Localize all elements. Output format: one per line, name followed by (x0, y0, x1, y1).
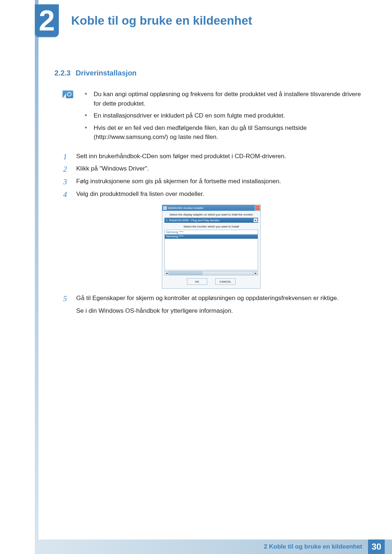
step-text: Klikk på "Windows Driver". (76, 165, 149, 172)
list-item[interactable]: Samsung **** (165, 234, 258, 239)
app-icon: S (163, 206, 167, 210)
step-number: 2 (63, 163, 67, 176)
cancel-button[interactable]: CANCEL (215, 278, 236, 285)
note-bullet: En installasjonsdriver er inkludert på C… (85, 111, 368, 120)
section-heading: 2.2.3Driverinstallasjon (54, 69, 368, 77)
adapter-combo[interactable]: 1. RADEON 9550 : Plug and Play Monitor ▾ (164, 218, 258, 223)
arrow-right-icon[interactable]: ► (254, 271, 258, 275)
note-bullet: Hvis det er en feil ved den medfølgende … (85, 123, 368, 142)
step-text: Se i din Windows OS-håndbok for ytterlig… (76, 306, 368, 316)
titlebar: S SAMSUNG monitor installer × (162, 205, 260, 211)
ok-button[interactable]: OK (187, 278, 207, 285)
note-block: Du kan angi optimal oppløsning og frekve… (54, 90, 368, 142)
step-item: 3Følg instruksjonene som gis på skjermen… (63, 176, 368, 187)
step-text: Gå til Egenskaper for skjerm og kontroll… (76, 295, 339, 301)
step-number: 5 (63, 292, 67, 305)
footer-text: 2 Koble til og bruke en kildeenhet (264, 543, 362, 550)
step-item: 1Sett inn brukerhåndbok-CDen som følger … (63, 151, 368, 162)
adapter-prompt: Select the display adapter on which you … (162, 211, 260, 218)
chapter-title: Koble til og bruke en kildeenhet (71, 14, 252, 28)
close-icon[interactable]: × (255, 205, 260, 210)
step-item: 4Velg din produktmodell fra listen over … (63, 189, 368, 200)
side-stripe (35, 0, 38, 554)
note-icon (62, 90, 73, 98)
section-title: Driverinstallasjon (75, 69, 136, 77)
arrow-left-icon[interactable]: ◄ (164, 271, 169, 275)
step-text: Sett inn brukerhåndbok-CDen som følger m… (76, 153, 286, 160)
steps-list-cont: 5 Gå til Egenskaper for skjerm og kontro… (54, 293, 368, 316)
monitor-prompt: Select the monitor which you want to ins… (162, 223, 260, 230)
steps-list: 1Sett inn brukerhåndbok-CDen som følger … (54, 151, 368, 200)
list-item[interactable]: Samsung **** (165, 230, 258, 234)
installer-dialog: S SAMSUNG monitor installer × Select the… (162, 205, 261, 289)
chevron-down-icon[interactable]: ▾ (253, 218, 258, 222)
step-number: 3 (63, 176, 67, 189)
note-bullet: Du kan angi optimal oppløsning og frekve… (85, 90, 368, 108)
step-number: 1 (63, 151, 67, 164)
footer: 2 Koble til og bruke en kildeenhet 30 (38, 539, 392, 554)
scrollbar-track[interactable] (169, 271, 254, 275)
step-item: 2Klikk på "Windows Driver". (63, 164, 368, 174)
monitor-listbox[interactable]: Samsung **** Samsung **** (164, 230, 258, 270)
button-row: OK CANCEL (162, 275, 260, 288)
content: 2.2.3Driverinstallasjon Du kan angi opti… (54, 69, 368, 319)
chapter-number-badge: 2 (35, 4, 59, 37)
adapter-selected: 1. RADEON 9550 : Plug and Play Monitor (166, 219, 220, 222)
step-text: Følg instruksjonene som gis på skjermen … (76, 178, 281, 185)
step-item: 5 Gå til Egenskaper for skjerm og kontro… (63, 293, 368, 316)
section-number: 2.2.3 (54, 69, 70, 77)
page: 2 Koble til og bruke en kildeenhet 2.2.3… (0, 0, 392, 554)
scrollbar-thumb[interactable] (169, 271, 202, 275)
page-number: 30 (368, 539, 385, 554)
note-bullets: Du kan angi optimal oppløsning og frekve… (85, 90, 368, 142)
horizontal-scrollbar[interactable]: ◄ ► (164, 271, 258, 275)
step-text: Velg din produktmodell fra listen over m… (76, 190, 204, 197)
window-title: SAMSUNG monitor installer (168, 206, 204, 210)
step-number: 4 (63, 188, 67, 201)
